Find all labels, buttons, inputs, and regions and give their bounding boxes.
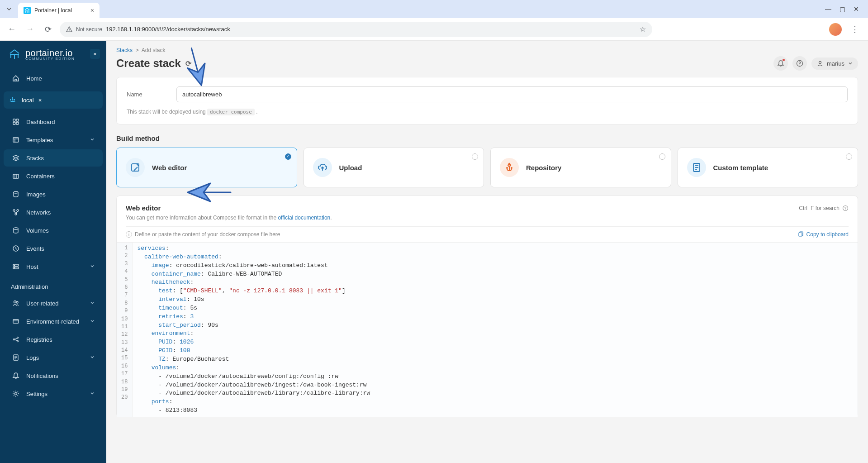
svg-point-27 bbox=[14, 301, 16, 303]
profile-avatar-icon[interactable] bbox=[829, 23, 842, 36]
editor-toolbar: i Define or paste the content of your do… bbox=[126, 226, 849, 242]
sidebar-item-label: Containers bbox=[26, 173, 55, 180]
sidebar-item-user-related[interactable]: User-related bbox=[4, 295, 103, 312]
user-menu[interactable]: marius bbox=[811, 57, 858, 70]
chevron-down-icon bbox=[90, 301, 95, 306]
help-circle-icon bbox=[842, 205, 849, 211]
code-content[interactable]: services: calibre-web-automated: image: … bbox=[133, 243, 858, 417]
volumes-icon bbox=[12, 226, 20, 234]
svg-rect-9 bbox=[13, 122, 15, 124]
reload-icon[interactable]: ⟳ bbox=[42, 23, 54, 36]
close-window-icon[interactable]: ✕ bbox=[854, 5, 859, 13]
method-icon bbox=[313, 158, 332, 177]
svg-rect-29 bbox=[13, 320, 19, 323]
sidebar-item-dashboard[interactable]: Dashboard bbox=[4, 113, 103, 130]
sidebar-collapse-icon[interactable]: « bbox=[90, 49, 100, 59]
sidebar-item-label: Networks bbox=[26, 209, 51, 216]
forward-icon[interactable]: → bbox=[24, 23, 36, 36]
svg-point-21 bbox=[14, 228, 18, 229]
svg-point-43 bbox=[508, 163, 511, 166]
copy-to-clipboard-button[interactable]: Copy to clipboard bbox=[797, 231, 849, 238]
sidebar-item-volumes[interactable]: Volumes bbox=[4, 222, 103, 239]
minimize-icon[interactable]: — bbox=[825, 5, 831, 13]
window-controls: — ▢ ✕ bbox=[825, 5, 864, 13]
build-method-repository[interactable]: Repository bbox=[490, 148, 671, 187]
radio-icon bbox=[846, 153, 852, 160]
tab-close-icon[interactable]: × bbox=[90, 7, 94, 14]
sidebar-item-events[interactable]: Events bbox=[4, 240, 103, 257]
sidebar-item-label: User-related bbox=[26, 300, 59, 307]
official-docs-link[interactable]: official documentation bbox=[278, 215, 330, 221]
sidebar-item-settings[interactable]: Settings bbox=[4, 385, 103, 402]
dashboard-icon bbox=[12, 118, 20, 126]
build-method-custom-template[interactable]: Custom template bbox=[678, 148, 859, 187]
sidebar-item-label: Notifications bbox=[26, 372, 58, 379]
svg-rect-10 bbox=[16, 122, 19, 124]
sidebar-item-label: Home bbox=[26, 75, 42, 82]
svg-point-25 bbox=[14, 265, 14, 265]
svg-point-19 bbox=[17, 210, 19, 211]
portainer-logo-icon bbox=[8, 48, 21, 61]
sidebar-item-stacks[interactable]: Stacks bbox=[4, 149, 103, 167]
home-icon bbox=[12, 74, 20, 82]
sidebar-item-label: Host bbox=[26, 263, 38, 270]
svg-point-20 bbox=[15, 213, 17, 215]
address-bar[interactable]: Not secure 192.168.1.18:9000/#!/2/docker… bbox=[60, 22, 652, 37]
method-icon bbox=[126, 158, 145, 177]
docker-icon bbox=[9, 96, 17, 104]
editor-info: You can get more information about Compo… bbox=[126, 215, 849, 221]
env-close-icon[interactable]: × bbox=[38, 97, 42, 104]
svg-point-40 bbox=[799, 65, 800, 65]
code-editor[interactable]: 1234567891011121314151617181920 services… bbox=[117, 242, 858, 417]
chevron-down-icon bbox=[90, 137, 95, 143]
svg-point-38 bbox=[15, 393, 17, 395]
sidebar-item-networks[interactable]: Networks bbox=[4, 204, 103, 221]
maximize-icon[interactable]: ▢ bbox=[840, 5, 845, 13]
sidebar-environment-badge[interactable]: local × bbox=[4, 91, 103, 109]
events-icon bbox=[12, 244, 20, 253]
sidebar-item-registries[interactable]: Registries bbox=[4, 331, 103, 348]
build-method-upload[interactable]: Upload bbox=[304, 148, 484, 187]
sidebar-item-templates[interactable]: Templates bbox=[4, 131, 103, 148]
sidebar-item-logs[interactable]: Logs bbox=[4, 349, 103, 366]
sidebar-item-environment-related[interactable]: Environment-related bbox=[4, 313, 103, 330]
breadcrumb-stacks[interactable]: Stacks bbox=[116, 47, 133, 53]
breadcrumb-current: Add stack bbox=[142, 47, 166, 53]
radio-icon bbox=[285, 153, 291, 160]
help-icon[interactable] bbox=[792, 56, 807, 71]
sidebar-item-images[interactable]: Images bbox=[4, 186, 103, 203]
sidebar-item-label: Stacks bbox=[26, 155, 44, 162]
notifications-icon[interactable] bbox=[773, 56, 788, 71]
refresh-icon[interactable]: ⟳ bbox=[185, 59, 191, 68]
sidebar-item-containers[interactable]: Containers bbox=[4, 167, 103, 185]
chevron-down-icon bbox=[90, 264, 95, 269]
sidebar-item-home[interactable]: Home bbox=[4, 70, 103, 87]
settings-icon bbox=[12, 390, 20, 398]
browser-menu-icon[interactable]: ⋮ bbox=[847, 24, 863, 34]
sidebar-item-host[interactable]: Host bbox=[4, 258, 103, 275]
svg-point-41 bbox=[819, 62, 821, 64]
stack-name-input[interactable] bbox=[176, 86, 848, 102]
svg-point-44 bbox=[506, 167, 508, 169]
browser-nav-bar: ← → ⟳ Not secure 192.168.1.18:9000/#!/2/… bbox=[0, 18, 868, 41]
chevron-down-icon bbox=[848, 61, 853, 66]
build-method-web-editor[interactable]: Web editor bbox=[116, 148, 297, 187]
name-card: Name This stack will be deployed using d… bbox=[116, 77, 858, 124]
tab-list-dropdown-icon[interactable] bbox=[4, 4, 14, 14]
svg-rect-11 bbox=[13, 138, 19, 142]
editor-placeholder-hint: Define or paste the content of your dock… bbox=[135, 231, 280, 238]
web-editor-card: Web editor Ctrl+F for search You can get… bbox=[116, 196, 858, 417]
tab-title: Portainer | local bbox=[34, 7, 87, 14]
build-method-grid: Web editorUploadRepositoryCustom templat… bbox=[116, 148, 858, 187]
sidebar-item-label: Volumes bbox=[26, 227, 49, 234]
not-secure-icon bbox=[66, 26, 72, 33]
sidebar-item-notifications[interactable]: Notifications bbox=[4, 367, 103, 384]
bookmark-star-icon[interactable]: ☆ bbox=[640, 25, 646, 33]
back-icon[interactable]: ← bbox=[5, 23, 18, 36]
svg-rect-4 bbox=[12, 99, 13, 100]
svg-rect-52 bbox=[799, 233, 802, 236]
containers-icon bbox=[12, 172, 20, 180]
method-title: Upload bbox=[339, 164, 362, 172]
browser-tab[interactable]: Portainer | local × bbox=[18, 3, 100, 18]
svg-rect-6 bbox=[12, 97, 13, 99]
